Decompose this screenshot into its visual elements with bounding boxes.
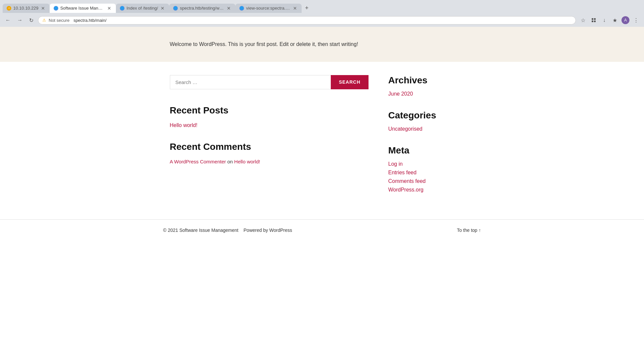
svg-rect-2 [592, 21, 593, 22]
meta-link-comments-feed[interactable]: Comments feed [388, 178, 474, 184]
tab-close-1[interactable]: ✕ [40, 6, 46, 11]
tab-close-3[interactable]: ✕ [160, 6, 165, 11]
search-form: SEARCH [170, 75, 369, 89]
tab-favicon-4: 🌐 [173, 6, 178, 11]
search-input[interactable] [170, 75, 331, 89]
address-bar-row: ← → ↻ ⚠ Not secure spectra.htb/main/ ☆ ↓… [0, 14, 644, 27]
svg-rect-0 [592, 18, 593, 20]
security-warning: ⚠ [42, 18, 46, 22]
back-button[interactable]: ← [3, 16, 13, 24]
tab-title-5: view-source:spectra.htb/… [246, 6, 290, 11]
categories-link-uncategorised[interactable]: Uncategorised [388, 126, 474, 132]
meta-link-entries-feed[interactable]: Entries feed [388, 170, 474, 176]
meta-widget: Meta Log in Entries feed Comments feed W… [388, 145, 474, 193]
archives-widget: Archives June 2020 [388, 75, 474, 97]
browser-chrome: ⚠ 10.10.10.229 ✕ 🌐 Software Issue Manage… [0, 0, 644, 27]
archives-title: Archives [388, 75, 474, 86]
toolbar-right: ☆ ↓ ★ A ⋮ [578, 16, 641, 25]
hero-text: Welcome to WordPress. This is your first… [170, 40, 474, 49]
svg-rect-3 [594, 21, 596, 22]
footer-right: To the top ↑ [457, 228, 481, 233]
meta-title: Meta [388, 145, 474, 156]
bookmark-star-icon[interactable]: ★ [610, 16, 619, 25]
tab-title-4: spectra.htb/testing/wp-c… [180, 6, 224, 11]
bookmark-icon[interactable]: ☆ [578, 16, 588, 25]
comment-item: A WordPress Commenter on Hello world! [170, 159, 369, 164]
right-column: Archives June 2020 Categories Uncategori… [388, 75, 474, 206]
footer-inner: © 2021 Software Issue Management Powered… [163, 228, 481, 233]
menu-icon[interactable]: ⋮ [631, 16, 641, 25]
tab-1[interactable]: ⚠ 10.10.10.229 ✕ [3, 4, 50, 13]
footer-left: © 2021 Software Issue Management Powered… [163, 228, 292, 233]
tab-title-2: Software Issue Managem… [60, 6, 105, 11]
recent-posts-section: Recent Posts Hello world! [170, 105, 369, 128]
tab-close-4[interactable]: ✕ [226, 6, 231, 11]
recent-comments-title: Recent Comments [170, 142, 369, 152]
extensions-icon[interactable] [589, 16, 598, 25]
forward-button[interactable]: → [15, 16, 25, 24]
new-tab-button[interactable]: + [302, 3, 312, 14]
tab-favicon-5: 🌐 [239, 6, 244, 11]
comment-post-link[interactable]: Hello world! [234, 159, 260, 164]
comment-author-link[interactable]: A WordPress Commenter [170, 159, 226, 164]
archives-link-june2020[interactable]: June 2020 [388, 91, 474, 97]
address-bar[interactable]: ⚠ Not secure spectra.htb/main/ [38, 16, 576, 24]
address-warning-text: Not secure [49, 18, 70, 23]
tab-4[interactable]: 🌐 spectra.htb/testing/wp-c… ✕ [169, 4, 235, 13]
hero-banner: Welcome to WordPress. This is your first… [0, 27, 644, 62]
user-avatar: A [621, 16, 629, 24]
to-top-link[interactable]: To the top ↑ [457, 228, 481, 233]
categories-widget: Categories Uncategorised [388, 110, 474, 132]
tab-title-1: 10.10.10.229 [13, 6, 38, 11]
tab-2[interactable]: 🌐 Software Issue Managem… ✕ [50, 4, 116, 13]
footer-copyright: © 2021 Software Issue Management [163, 228, 238, 233]
tab-title-3: Index of /testing/ [126, 6, 158, 11]
address-url: spectra.htb/main/ [74, 18, 571, 23]
hero-content: Welcome to WordPress. This is your first… [163, 40, 481, 49]
left-column: SEARCH Recent Posts Hello world! Recent … [170, 75, 369, 206]
post-link-hello-world[interactable]: Hello world! [170, 122, 198, 128]
reload-button[interactable]: ↻ [27, 16, 35, 25]
tab-favicon-1: ⚠ [7, 6, 11, 11]
tab-close-5[interactable]: ✕ [292, 6, 298, 11]
tab-favicon-2: 🌐 [54, 6, 58, 11]
main-content: SEARCH Recent Posts Hello world! Recent … [163, 62, 481, 219]
tab-5[interactable]: 🌐 view-source:spectra.htb/… ✕ [235, 4, 302, 13]
profile-icon[interactable]: A [621, 16, 630, 25]
footer-powered-by[interactable]: Powered by WordPress [244, 228, 292, 233]
meta-link-wordpress-org[interactable]: WordPress.org [388, 187, 474, 193]
tab-bar: ⚠ 10.10.10.229 ✕ 🌐 Software Issue Manage… [0, 0, 644, 14]
search-button[interactable]: SEARCH [331, 75, 368, 89]
tab-favicon-3: 🌐 [120, 6, 124, 11]
recent-posts-title: Recent Posts [170, 105, 369, 116]
recent-comments-section: Recent Comments A WordPress Commenter on… [170, 142, 369, 164]
tab-close-2[interactable]: ✕ [107, 6, 112, 11]
categories-title: Categories [388, 110, 474, 121]
meta-link-login[interactable]: Log in [388, 161, 474, 167]
svg-rect-1 [594, 18, 596, 20]
comment-on-text: on [227, 159, 234, 164]
downloads-icon[interactable]: ↓ [600, 16, 609, 25]
footer: © 2021 Software Issue Management Powered… [0, 219, 644, 241]
page-wrapper: Welcome to WordPress. This is your first… [0, 27, 644, 341]
tab-3[interactable]: 🌐 Index of /testing/ ✕ [116, 4, 169, 13]
